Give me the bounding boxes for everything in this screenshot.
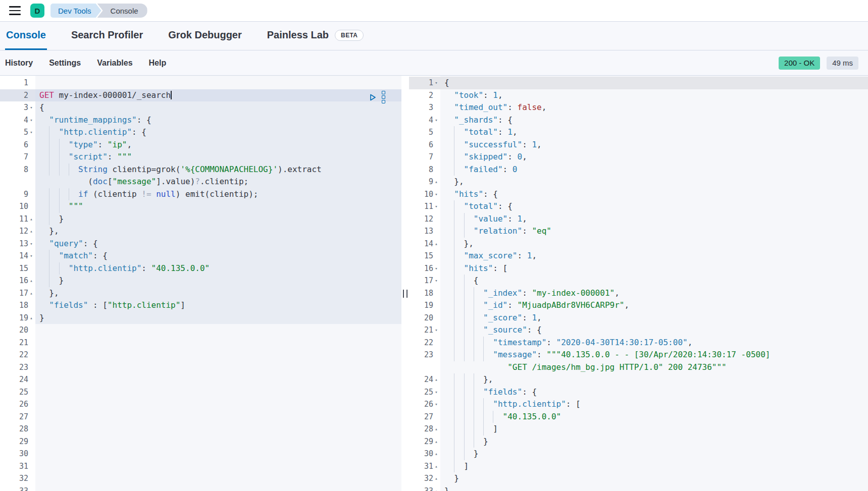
fold-toggle-icon[interactable]: ▾: [433, 278, 439, 283]
tab-painless-lab[interactable]: Painless Lab BETA: [266, 22, 365, 50]
fold-toggle-icon[interactable]: ▾: [433, 118, 439, 123]
fold-toggle-icon[interactable]: ▴: [28, 229, 34, 234]
response-viewer[interactable]: 1▾234▾56789▴10▾11▾121314▴1516▾17▾1819202…: [409, 76, 868, 491]
code-row[interactable]: "fields" : ["http.clientip"]: [35, 299, 401, 312]
code-row[interactable]: },: [440, 176, 868, 188]
code-row[interactable]: "http.clientip": {: [35, 126, 401, 139]
code-row[interactable]: "script": """: [35, 151, 401, 163]
code-row[interactable]: [35, 435, 401, 448]
fold-toggle-icon[interactable]: ▴: [433, 488, 439, 491]
code-row[interactable]: "hits": {: [440, 188, 868, 201]
code-row[interactable]: "40.135.0.0": [440, 411, 868, 423]
code-row[interactable]: {: [35, 101, 401, 114]
request-options-button[interactable]: [382, 91, 385, 103]
code-row[interactable]: }: [440, 435, 868, 448]
code-row[interactable]: "_source": {: [440, 324, 868, 337]
code-row[interactable]: },: [35, 287, 401, 300]
fold-toggle-icon[interactable]: ▴: [28, 315, 34, 320]
fold-toggle-icon[interactable]: ▾: [28, 241, 34, 246]
fold-toggle-icon[interactable]: ▴: [433, 476, 439, 481]
code-row[interactable]: "http.clientip": [: [440, 398, 868, 411]
code-row[interactable]: [35, 386, 401, 399]
menu-variables[interactable]: Variables: [97, 59, 132, 68]
code-row[interactable]: [35, 472, 401, 485]
fold-toggle-icon[interactable]: ▾: [28, 130, 34, 135]
code-row[interactable]: [35, 324, 401, 337]
tab-grok-debugger[interactable]: Grok Debugger: [167, 22, 243, 50]
send-request-button[interactable]: [369, 93, 377, 101]
code-row[interactable]: "relation": "eq": [440, 225, 868, 238]
code-row[interactable]: }: [35, 213, 401, 226]
code-row[interactable]: "query": {: [35, 238, 401, 250]
code-row[interactable]: }: [35, 312, 401, 324]
code-row[interactable]: "message": """40.135.0.0 - - [30/Apr/202…: [440, 349, 868, 361]
code-row[interactable]: }: [440, 448, 868, 460]
request-editor[interactable]: 123▾4▾5▾67891011▴12▴13▾14▾1516▴17▴1819▴2…: [0, 76, 401, 491]
fold-toggle-icon[interactable]: ▴: [433, 451, 439, 456]
code-row[interactable]: "runtime_mappings": {: [35, 114, 401, 127]
menu-hamburger-icon[interactable]: [7, 2, 24, 19]
fold-toggle-icon[interactable]: ▴: [28, 216, 34, 222]
code-row[interactable]: ]: [440, 460, 868, 473]
response-code[interactable]: { "took": 1, "timed_out": false, "_shard…: [440, 76, 868, 491]
code-row[interactable]: },: [440, 238, 868, 250]
code-row[interactable]: "_id": "MjuadpABdr8VH6CARP9r",: [440, 299, 868, 312]
code-row[interactable]: "max_score": 1,: [440, 250, 868, 262]
code-row[interactable]: "took": 1,: [440, 89, 868, 102]
code-row[interactable]: ]: [440, 423, 868, 435]
code-row[interactable]: [35, 485, 401, 491]
code-row[interactable]: [35, 398, 401, 411]
pane-resizer[interactable]: [401, 76, 409, 491]
code-row[interactable]: [35, 337, 401, 349]
app-logo[interactable]: D: [30, 4, 44, 18]
fold-toggle-icon[interactable]: ▾: [433, 80, 439, 85]
fold-toggle-icon[interactable]: ▴: [433, 464, 439, 469]
tab-console[interactable]: Console: [5, 22, 47, 50]
code-row[interactable]: },: [440, 373, 868, 386]
code-row[interactable]: if (clientip != null) emit(clientip);: [35, 188, 401, 201]
fold-toggle-icon[interactable]: ▾: [433, 204, 439, 209]
code-row[interactable]: "fields": {: [440, 386, 868, 399]
fold-toggle-icon[interactable]: ▴: [433, 439, 439, 444]
code-row[interactable]: "_shards": {: [440, 114, 868, 127]
code-row[interactable]: "value": 1,: [440, 213, 868, 226]
request-code[interactable]: GET my-index-000001/_search{ "runtime_ma…: [35, 76, 401, 491]
code-row[interactable]: "hits": [: [440, 262, 868, 275]
code-row[interactable]: String clientip=grok('%{COMMONAPACHELOG}…: [35, 163, 401, 176]
fold-toggle-icon[interactable]: ▾: [28, 118, 34, 123]
code-row[interactable]: [35, 411, 401, 423]
fold-toggle-icon[interactable]: ▴: [433, 179, 439, 184]
code-row[interactable]: (doc["message"].value)?.clientip;: [35, 176, 401, 188]
code-row[interactable]: """: [35, 200, 401, 213]
code-row[interactable]: }: [35, 275, 401, 287]
menu-settings[interactable]: Settings: [49, 59, 81, 68]
code-row[interactable]: {: [440, 275, 868, 287]
fold-toggle-icon[interactable]: ▴: [433, 241, 439, 246]
code-row[interactable]: "http.clientip": "40.135.0.0": [35, 262, 401, 275]
code-row[interactable]: "timestamp": "2020-04-30T14:30:17-05:00"…: [440, 337, 868, 349]
fold-toggle-icon[interactable]: ▾: [433, 390, 439, 395]
code-row[interactable]: [35, 423, 401, 435]
tab-search-profiler[interactable]: Search Profiler: [70, 22, 144, 50]
code-row[interactable]: [35, 77, 401, 89]
code-row[interactable]: "match": {: [35, 250, 401, 262]
fold-toggle-icon[interactable]: ▴: [433, 426, 439, 431]
code-row[interactable]: [35, 349, 401, 361]
code-row[interactable]: }: [440, 485, 868, 491]
code-row[interactable]: [35, 361, 401, 374]
code-row[interactable]: "timed_out": false,: [440, 101, 868, 114]
fold-toggle-icon[interactable]: ▾: [28, 105, 34, 110]
code-row[interactable]: "total": {: [440, 200, 868, 213]
breadcrumb-dev-tools[interactable]: Dev Tools: [50, 4, 101, 18]
fold-toggle-icon[interactable]: ▾: [28, 253, 34, 258]
code-row[interactable]: {: [440, 77, 868, 89]
code-row[interactable]: GET my-index-000001/_search: [35, 89, 401, 102]
code-row[interactable]: "type": "ip",: [35, 139, 401, 151]
fold-toggle-icon[interactable]: ▾: [433, 402, 439, 407]
menu-history[interactable]: History: [5, 59, 33, 68]
fold-toggle-icon[interactable]: ▾: [433, 328, 439, 333]
fold-toggle-icon[interactable]: ▴: [28, 278, 34, 283]
code-row[interactable]: }: [440, 472, 868, 485]
code-row[interactable]: "GET /images/hm_bg.jpg HTTP/1.0" 200 247…: [440, 361, 868, 374]
code-row[interactable]: [35, 460, 401, 473]
